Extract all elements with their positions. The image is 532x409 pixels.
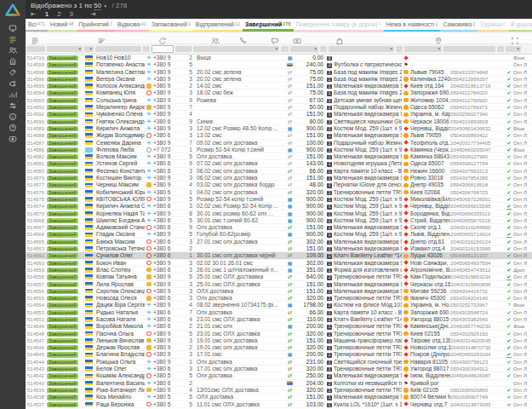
stats-icon[interactable] bbox=[0, 89, 26, 100]
clients-icon[interactable] bbox=[0, 45, 26, 55]
table-row[interactable]: 514591 Завершений Чумаченко Олена ✳ +380… bbox=[26, 111, 532, 118]
filter-input-amount[interactable]: ▼ bbox=[290, 46, 318, 52]
filter-input-qty[interactable] bbox=[320, 46, 327, 52]
filter-input-client[interactable] bbox=[95, 46, 141, 52]
filter-input-comment[interactable]: ▼ bbox=[193, 46, 279, 52]
table-row[interactable]: 514566 Завершений Гладик Оксана ✳ +380 9… bbox=[26, 231, 532, 238]
filter-dropdown-icon[interactable]: ▼ bbox=[438, 47, 441, 51]
table-row[interactable]: 514593 Завершений Сольська Ірина ✳ +380 … bbox=[26, 97, 532, 104]
table-row[interactable]: 514588 Завершений Жидак Володимир +380 6… bbox=[26, 132, 532, 139]
table-row[interactable]: 514579 Завершений Костишин Виктор ✳ +380… bbox=[26, 175, 532, 181]
table-row[interactable]: 514549 Завершений Воробйов Микола ✳ +380… bbox=[26, 323, 532, 330]
filter-input-payment[interactable] bbox=[281, 46, 289, 52]
table-row[interactable]: 514561 Завершений Сучилов Олег +380 6 1 … bbox=[26, 252, 532, 259]
table-row[interactable]: 514594 Завершений Компанец Юля +380 9 3 … bbox=[26, 89, 532, 96]
table-row[interactable]: 514596 Завершений Вегера Оксана ✳ +380 9… bbox=[26, 76, 532, 83]
dashboard-icon[interactable] bbox=[0, 23, 26, 33]
tab-7[interactable]: Завершений278 bbox=[243, 19, 293, 32]
table-row[interactable]: 514592 Завершений Мерклингер Андрей +380… bbox=[26, 104, 532, 111]
table-row[interactable]: 514543 Завершений Белов Олег ✳ +380 6 3 … bbox=[26, 366, 532, 372]
page-number-2[interactable]: 2 bbox=[57, 10, 60, 18]
table-row[interactable]: 514598 Завершений Малютина Светлана ✳ +3… bbox=[26, 69, 532, 76]
table-row[interactable]: 514537 Завершений Раца Вероніка +380 5 5… bbox=[26, 401, 532, 408]
filter-input-product[interactable]: ▼ bbox=[329, 46, 394, 52]
table-row[interactable]: 514577 Завершений Черниш Максим +380 9 4… bbox=[26, 181, 532, 188]
table-row[interactable]: 514547 Завершений Линьков Вячеслав +380 … bbox=[26, 337, 532, 344]
info-icon[interactable] bbox=[0, 112, 26, 122]
filter-dropdown-icon[interactable]: ▼ bbox=[517, 47, 520, 51]
table-row[interactable]: 514586 Завершений Філіпова Люба +7 072 1… bbox=[26, 147, 532, 153]
table-row[interactable]: 514539 Завершений Роке-Бетанкурт Лін... … bbox=[26, 387, 532, 394]
settings-icon[interactable] bbox=[0, 101, 26, 111]
table-row[interactable]: 514575 Завершений КВІТОВСЬКА ЮЛІЯ +380 9… bbox=[26, 196, 532, 203]
last-page-icon[interactable]: ⇥ bbox=[90, 10, 96, 18]
video-icon[interactable] bbox=[0, 134, 26, 144]
table-row[interactable]: 514565 Завершений Баюка Максим +380 6 3 … bbox=[26, 239, 532, 245]
marketing-icon[interactable] bbox=[0, 78, 26, 89]
first-page-icon[interactable]: ⇤ bbox=[31, 10, 37, 18]
tab-10[interactable]: Самовивіз2 bbox=[440, 19, 478, 32]
table-row[interactable]: 514558 Завершений Ковпак Татьяна +380 9 … bbox=[26, 274, 532, 280]
table-row[interactable]: 514540 Завершений Валентина Василье... ✳… bbox=[26, 380, 532, 387]
table-row[interactable]: 514590 Завершений Гнатюк Олександр ✳ +38… bbox=[26, 118, 532, 125]
table-row[interactable]: 514557 Завершений Лила Ярослав +380 9 3 … bbox=[26, 281, 532, 288]
filter-input-city[interactable]: ▼ bbox=[404, 46, 442, 52]
tab-4[interactable]: Відмова42 bbox=[115, 19, 149, 32]
table-row[interactable]: 514559 Завершений Влас Слотюу +380 6 3 2… bbox=[26, 267, 532, 274]
table-row[interactable]: 514553 Завершений Рудько Наталья ✳ +380 … bbox=[26, 309, 532, 316]
filter-input-flag[interactable]: ▼ bbox=[84, 46, 94, 52]
table-row[interactable]: 514563 Завершений Петровська Тетяна +380… bbox=[26, 245, 532, 252]
table-row[interactable]: 514582 Завершений Волков Максим ✳ +380 9… bbox=[26, 153, 532, 160]
filter-input-status[interactable]: ▼ bbox=[47, 46, 83, 52]
table-row[interactable]: 514716 Завершений Нов10 Нов10 ✳ +380 9 2… bbox=[26, 55, 532, 61]
table-row[interactable]: 514581 Завершений Устинов Сергей ✳ +380 … bbox=[26, 160, 532, 167]
filter-input-extra[interactable]: ▼ bbox=[506, 46, 521, 52]
tab-6[interactable]: Відправлений12 bbox=[193, 19, 243, 32]
table-row[interactable]: 514589 Завершений Кирилич Анжела ✳ +380 … bbox=[26, 125, 532, 132]
tab-3[interactable]: Прийнятий7 bbox=[77, 19, 116, 32]
filter-input-source[interactable] bbox=[143, 46, 150, 52]
company-icon[interactable] bbox=[0, 56, 26, 66]
table-row[interactable]: 514574 Завершений Кирилич Анжела Ол... ✳… bbox=[26, 203, 532, 210]
table-row[interactable]: 514576 Завершений Кобилинський Юрий ✳ +3… bbox=[26, 189, 532, 196]
tab-1[interactable]: Всі471 bbox=[26, 19, 48, 32]
filter-dropdown-icon[interactable]: ▼ bbox=[390, 47, 393, 51]
tab-2[interactable]: Новий48 bbox=[48, 19, 77, 32]
filter-dropdown-icon[interactable]: ▼ bbox=[275, 47, 278, 51]
table-row[interactable]: 514548 Завершений Пасічна Ольга +380 9 5… bbox=[26, 331, 532, 337]
table-row[interactable]: 514555 Завершений Новосад Олеся +380 6 3… bbox=[26, 295, 532, 302]
filter-input-ttn[interactable] bbox=[443, 46, 495, 52]
table-row[interactable]: 514560 Завершений Бокоч Иван +380 9 3 02… bbox=[26, 260, 532, 267]
page-number-3[interactable]: 3 bbox=[70, 10, 73, 18]
table-row[interactable]: 514556 Завершений Сиротюк Олександр +380… bbox=[26, 288, 532, 295]
tab-9[interactable]: Нема в наявності1 bbox=[384, 19, 441, 32]
filter-dropdown-icon[interactable]: ▼ bbox=[314, 47, 317, 51]
table-row[interactable]: 514551 Завершений Басова Наталя ✳ +380 6… bbox=[26, 316, 532, 323]
table-row[interactable]: 514546 Завершений Держак Ярослав +380 9 … bbox=[26, 344, 532, 351]
filter-dropdown-icon[interactable]: ▼ bbox=[78, 47, 82, 51]
table-row[interactable]: 514538 Завершений Кісь Михайло ✳ +380 5 … bbox=[26, 394, 532, 400]
table-row[interactable]: 514580 Завершений Фесенко Константин ✳ +… bbox=[26, 168, 532, 175]
filter-input-check[interactable] bbox=[497, 46, 504, 52]
filter-dropdown-icon[interactable]: ▼ bbox=[89, 47, 93, 51]
table-row[interactable]: 514544 Завершений Рокіцька Ольга ✳ +380 … bbox=[26, 359, 532, 366]
table-row[interactable]: 514595 Завершений Колосок Александр +380… bbox=[26, 83, 532, 89]
page-size-dropdown[interactable]: 50 bbox=[94, 2, 101, 10]
table-row[interactable]: 514545 Завершений Благінна Владіслава +3… bbox=[26, 351, 532, 358]
table-row[interactable]: 514554 Завершений Дацюк Віра Сергіївна ✳… bbox=[26, 302, 532, 308]
filter-input-carrier[interactable] bbox=[396, 46, 403, 52]
table-row[interactable]: 514570 Завершений Корнелюк Надія Та... ✳… bbox=[26, 210, 532, 217]
table-row[interactable]: 514599 Завершений Потапенко Анастас... ✳… bbox=[26, 61, 532, 68]
tab-8[interactable]: Повернення товару (в дорозі)0 bbox=[294, 19, 384, 32]
sales-icon[interactable] bbox=[0, 67, 26, 78]
table-row[interactable]: 514587 Завершений Семенюк Дарина ✳ +380 … bbox=[26, 140, 532, 147]
filter-input-id[interactable] bbox=[26, 46, 45, 52]
orders-icon[interactable] bbox=[0, 34, 26, 44]
page-number-1[interactable]: 1 bbox=[45, 10, 49, 18]
table-row[interactable]: 514567 Завершений Адамовский Станис... +… bbox=[26, 224, 532, 231]
filter-input-count[interactable] bbox=[175, 46, 192, 52]
tab-12[interactable]: В дорозі додому bbox=[508, 19, 532, 32]
table-row[interactable]: 514568 Завершений Шумляс Богдана Ан... ✳… bbox=[26, 217, 532, 224]
filter-input-phone[interactable] bbox=[152, 45, 174, 53]
tab-5[interactable]: Запакований1 bbox=[149, 19, 193, 32]
